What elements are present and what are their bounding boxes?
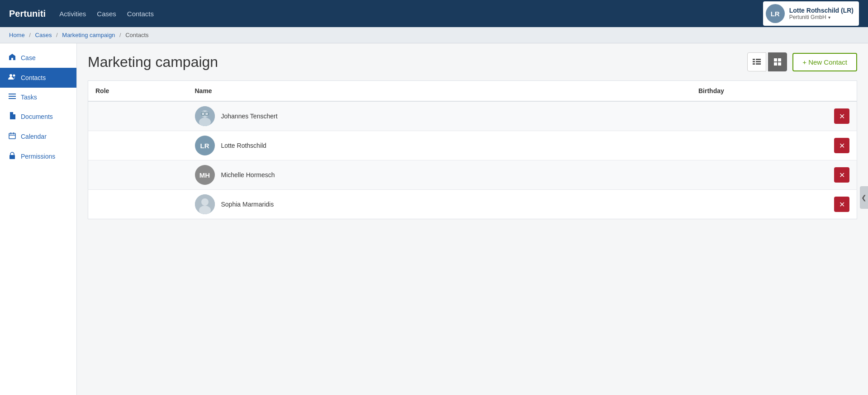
avatar-johannes <box>195 106 215 126</box>
avatar-sophia <box>195 194 215 214</box>
delete-button-4[interactable]: ✕ <box>834 197 849 212</box>
col-birthday: Birthday <box>691 81 827 102</box>
calendar-icon <box>8 132 16 141</box>
breadcrumb-sep-1: / <box>29 32 31 38</box>
svg-rect-16 <box>753 63 755 65</box>
svg-rect-20 <box>774 62 777 66</box>
svg-rect-7 <box>9 133 15 139</box>
sidebar-item-permissions[interactable]: Permissions <box>0 146 76 166</box>
sidebar-item-tasks[interactable]: Tasks <box>0 88 76 107</box>
birthday-cell-4 <box>691 190 827 219</box>
svg-rect-4 <box>9 98 16 99</box>
col-name: Name <box>188 81 692 102</box>
name-cell-1: Johannes Tenschert <box>188 101 692 131</box>
svg-rect-3 <box>9 96 16 97</box>
name-cell-3: MH Michelle Hormesch <box>188 160 692 190</box>
action-cell-1: ✕ <box>827 101 857 131</box>
sidebar: Case Contacts Tasks <box>0 43 77 395</box>
contact-name-3: Michelle Hormesch <box>221 171 275 179</box>
svg-rect-14 <box>753 61 755 62</box>
action-cell-3: ✕ <box>827 160 857 190</box>
name-cell-2: LR Lotte Rothschild <box>188 131 692 160</box>
name-cell-inner-2: LR Lotte Rothschild <box>195 136 684 155</box>
name-cell-inner-4: Sophia Marmaridis <box>195 194 684 214</box>
svg-rect-21 <box>778 62 781 66</box>
collapse-sidebar-handle[interactable]: ❮ <box>860 186 868 209</box>
col-actions <box>827 81 857 102</box>
breadcrumb-marketing-campaign[interactable]: Marketing campaign <box>62 32 115 38</box>
role-cell-3 <box>88 160 188 190</box>
name-cell-inner-3: MH Michelle Hormesch <box>195 165 684 185</box>
breadcrumb: Home / Cases / Marketing campaign / Cont… <box>0 27 868 43</box>
avatar-lotte: LR <box>195 136 215 155</box>
breadcrumb-current: Contacts <box>125 32 148 38</box>
svg-point-1 <box>13 75 15 77</box>
breadcrumb-home[interactable]: Home <box>9 32 25 38</box>
role-cell-2 <box>88 131 188 160</box>
birthday-cell-3 <box>691 160 827 190</box>
case-icon <box>8 53 16 62</box>
delete-button-2[interactable]: ✕ <box>834 138 849 153</box>
svg-rect-13 <box>756 59 761 60</box>
main-content: Marketing campaign <box>77 43 868 395</box>
user-info: Lotte Rothschild (LR) Pertuniti GmbH ▾ <box>789 7 854 20</box>
sidebar-item-contacts[interactable]: Contacts <box>0 68 76 88</box>
sidebar-item-case[interactable]: Case <box>0 48 76 68</box>
breadcrumb-cases[interactable]: Cases <box>35 32 52 38</box>
col-role: Role <box>88 81 188 102</box>
contact-name-2: Lotte Rothschild <box>221 142 266 149</box>
contact-name-1: Johannes Tenschert <box>221 113 278 120</box>
svg-rect-18 <box>774 58 777 61</box>
svg-point-29 <box>201 198 209 206</box>
page-header: Marketing campaign <box>88 52 857 71</box>
contacts-icon <box>8 73 16 82</box>
svg-point-0 <box>9 74 12 77</box>
tasks-icon <box>8 93 16 101</box>
birthday-cell-1 <box>691 101 827 131</box>
delete-button-1[interactable]: ✕ <box>834 108 849 124</box>
breadcrumb-sep-2: / <box>56 32 58 38</box>
nav-left: Pertuniti Activities Cases Contacts <box>9 8 154 19</box>
svg-rect-11 <box>9 155 15 159</box>
svg-rect-17 <box>756 63 761 65</box>
table-row: Johannes Tenschert ✕ <box>88 101 857 131</box>
breadcrumb-sep-3: / <box>119 32 121 38</box>
birthday-cell-2 <box>691 131 827 160</box>
user-name: Lotte Rothschild (LR) <box>789 7 854 14</box>
header-actions: + New Contact <box>747 52 857 71</box>
contact-name-4: Sophia Marmaridis <box>221 201 274 208</box>
action-cell-4: ✕ <box>827 190 857 219</box>
sidebar-item-calendar[interactable]: Calendar <box>0 127 76 146</box>
name-cell-4: Sophia Marmaridis <box>188 190 692 219</box>
contacts-tbody: Johannes Tenschert ✕ LR Lotte Rothschild <box>88 101 857 219</box>
table-row: Sophia Marmaridis ✕ <box>88 190 857 219</box>
app-title: Pertuniti <box>9 9 46 19</box>
table-row: LR Lotte Rothschild ✕ <box>88 131 857 160</box>
user-profile-button[interactable]: LR Lotte Rothschild (LR) Pertuniti GmbH … <box>763 1 859 26</box>
name-cell-inner: Johannes Tenschert <box>195 106 684 126</box>
role-cell-4 <box>88 190 188 219</box>
svg-rect-19 <box>778 58 781 61</box>
nav-link-activities[interactable]: Activities <box>59 8 86 19</box>
user-company: Pertuniti GmbH ▾ <box>789 14 854 20</box>
table-row: MH Michelle Hormesch ✕ <box>88 160 857 190</box>
new-contact-button[interactable]: + New Contact <box>792 53 857 71</box>
main-layout: Case Contacts Tasks <box>0 43 868 395</box>
contacts-table: Role Name Birthday <box>88 80 857 219</box>
nav-link-contacts[interactable]: Contacts <box>127 8 154 19</box>
table-header: Role Name Birthday <box>88 81 857 102</box>
svg-rect-15 <box>756 61 761 62</box>
user-avatar: LR <box>766 4 785 23</box>
svg-rect-12 <box>753 59 755 60</box>
svg-rect-2 <box>9 94 16 94</box>
nav-links: Activities Cases Contacts <box>59 8 154 19</box>
nav-link-cases[interactable]: Cases <box>97 8 116 19</box>
sidebar-item-documents[interactable]: Documents <box>0 107 76 127</box>
grid-view-button[interactable] <box>768 52 787 71</box>
list-view-button[interactable] <box>747 52 766 71</box>
page-title: Marketing campaign <box>88 54 218 71</box>
documents-icon <box>8 112 16 121</box>
action-cell-2: ✕ <box>827 131 857 160</box>
delete-button-3[interactable]: ✕ <box>834 167 849 183</box>
role-cell <box>88 101 188 131</box>
